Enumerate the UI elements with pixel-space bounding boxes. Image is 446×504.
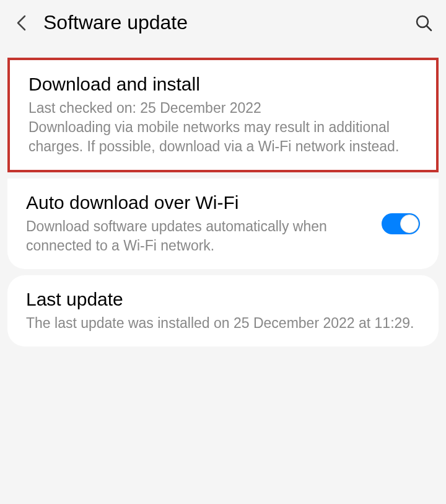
- download-install-warning: Downloading via mobile networks may resu…: [28, 118, 418, 156]
- auto-download-toggle[interactable]: [382, 213, 420, 234]
- page-title: Software update: [43, 11, 414, 34]
- auto-download-card: Auto download over Wi-Fi Download softwa…: [7, 179, 439, 269]
- download-install-card: Download and install Last checked on: 25…: [7, 58, 439, 172]
- download-install-title: Download and install: [28, 74, 418, 95]
- back-icon[interactable]: [12, 14, 31, 32]
- last-update-item[interactable]: Last update The last update was installe…: [7, 275, 439, 347]
- last-update-title: Last update: [26, 289, 420, 310]
- auto-download-title: Auto download over Wi-Fi: [26, 192, 369, 213]
- last-update-card: Last update The last update was installe…: [7, 275, 439, 347]
- search-icon[interactable]: [414, 13, 434, 33]
- toggle-handle: [400, 214, 419, 233]
- header: Software update: [0, 0, 446, 45]
- auto-download-description: Download software updates automatically …: [26, 217, 369, 255]
- auto-download-item[interactable]: Auto download over Wi-Fi Download softwa…: [7, 179, 439, 269]
- download-install-item[interactable]: Download and install Last checked on: 25…: [7, 58, 439, 172]
- last-update-description: The last update was installed on 25 Dece…: [26, 314, 420, 333]
- download-install-last-checked: Last checked on: 25 December 2022: [28, 99, 418, 118]
